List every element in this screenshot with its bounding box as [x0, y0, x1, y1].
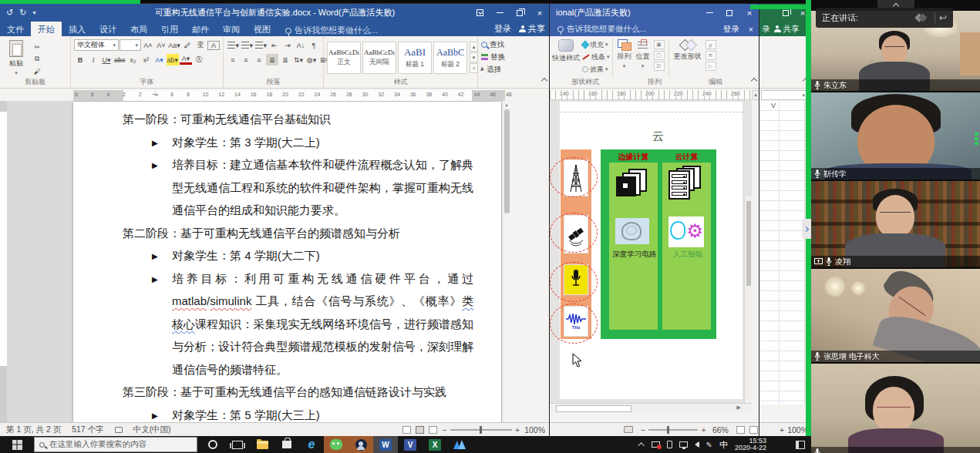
taskbar-word-icon[interactable]: W — [373, 436, 398, 453]
video-tile-3[interactable]: 凌翔 — [811, 181, 980, 267]
font-color-icon[interactable]: A▾ — [180, 55, 192, 65]
visio-zoom-level[interactable]: 66% — [712, 425, 729, 435]
video-tile-2[interactable]: 靳传学 — [811, 92, 980, 180]
font-name-combo[interactable]: 华文楷体▾ — [74, 39, 119, 51]
excel-zoom-level[interactable]: 100% — [787, 425, 808, 435]
cut-icon[interactable]: ✂ — [31, 41, 43, 52]
grow-font-icon[interactable]: A˄ — [142, 39, 154, 51]
superscript-icon[interactable]: x² — [140, 54, 153, 65]
visio-scroll-up-icon[interactable]: ▲ — [752, 90, 759, 100]
save-icon[interactable]: ↺ — [6, 8, 13, 18]
shrink-font-icon[interactable]: A˅ — [155, 39, 167, 51]
word-tab-引用[interactable]: 引用 — [154, 22, 185, 36]
decrease-indent-icon[interactable]: ⇤ — [268, 39, 281, 51]
taskbar-visio-icon[interactable]: V — [398, 436, 423, 453]
visio-drawing-page[interactable]: 云 THz — [560, 102, 743, 399]
visio-maximize-button[interactable] — [719, 4, 739, 22]
taskbar-meeting-icon[interactable] — [349, 436, 373, 453]
underline-icon[interactable]: U▾ — [100, 54, 113, 65]
read-mode-icon[interactable] — [402, 426, 411, 434]
language-indicator[interactable]: 中文(中国) — [133, 424, 171, 435]
visio-tab-close-icon[interactable]: × — [749, 25, 753, 34]
zoom-in-icon[interactable]: + — [515, 425, 520, 435]
taskbar-file-explorer-icon[interactable] — [250, 436, 274, 453]
select-button[interactable]: 选择 — [481, 63, 510, 76]
format-painter-icon[interactable]: 🖌 — [31, 65, 43, 77]
fill-button[interactable]: 填充▾ — [582, 39, 610, 50]
restore-button[interactable] — [510, 4, 530, 22]
distribute-icon[interactable]: ≣ — [279, 54, 291, 65]
word-tab-邮件[interactable]: 邮件 — [185, 22, 216, 36]
page-indicator[interactable]: 第 1 页, 共 2 页 — [6, 424, 61, 435]
clear-format-icon[interactable]: 🖉 — [181, 39, 194, 51]
ribbon-display-options-icon[interactable] — [470, 4, 490, 22]
pen-icon[interactable]: ✎ — [706, 441, 712, 449]
word-tab-审阅[interactable]: 审阅 — [216, 22, 247, 36]
increase-indent-icon[interactable]: ⇥ — [281, 39, 294, 51]
visio-zoom-slider[interactable]: − + — [641, 425, 706, 435]
align-left-icon[interactable]: ≡ — [227, 54, 239, 65]
visio-zoom-out-icon[interactable]: − — [641, 425, 645, 435]
visio-horizontal-scrollbar[interactable]: ▶ — [550, 403, 752, 413]
style-gallery-scroll[interactable]: ▴▾▿ — [470, 42, 478, 77]
find-button[interactable]: 查找 — [481, 39, 510, 51]
style-card-正文[interactable]: AaBbCcDı正文 — [327, 42, 361, 74]
tray-expand-icon[interactable] — [638, 442, 644, 448]
visio-signin-button[interactable]: 登录 — [723, 24, 739, 35]
fit-page-icon[interactable] — [736, 426, 745, 434]
presentation-mode-icon[interactable] — [624, 426, 633, 433]
excel-zoom-in-icon[interactable]: + — [780, 425, 784, 435]
char-shading-icon[interactable]: Ⓐ — [193, 54, 205, 65]
word-tab-开始[interactable]: 开始 — [31, 22, 62, 36]
phonetic-icon[interactable]: 变 — [194, 39, 207, 51]
paste-button[interactable]: 粘贴 ▾ — [3, 40, 29, 77]
phone-icon[interactable] — [667, 441, 672, 448]
align-right-icon[interactable]: ≡ — [253, 54, 265, 65]
shading-icon[interactable]: ◍▾ — [305, 54, 318, 65]
speaker-icon[interactable] — [695, 441, 699, 448]
tell-me-box[interactable]: 告诉我您想要做什么... — [278, 25, 386, 36]
zoom-out-icon[interactable]: − — [442, 425, 446, 435]
taskbar-excel-icon[interactable]: X — [423, 436, 447, 453]
taskbar-cortana-icon[interactable] — [200, 436, 225, 453]
share-button[interactable]: 共享 — [519, 23, 545, 35]
start-button[interactable] — [0, 436, 34, 453]
visio-zoom-in-icon[interactable]: + — [701, 425, 706, 435]
excel-grid[interactable]: V — [759, 101, 804, 404]
taskbar-wechat-icon[interactable] — [324, 436, 349, 453]
word-tab-视图[interactable]: 视图 — [247, 22, 278, 36]
taskbar-task-view-icon[interactable] — [225, 436, 250, 453]
justify-icon[interactable]: ≣ — [266, 54, 278, 65]
char-border-icon[interactable]: A — [207, 41, 220, 50]
word-count[interactable]: 517 个字 — [72, 424, 103, 435]
align-center-icon[interactable]: ≡ — [240, 54, 252, 65]
fit-width-icon[interactable] — [749, 426, 758, 434]
zoom-slider[interactable]: − + — [442, 425, 520, 435]
strikethrough-icon[interactable]: abc — [113, 54, 126, 65]
visio-vertical-scrollbar[interactable]: ▼ — [744, 196, 752, 403]
web-layout-icon[interactable] — [429, 426, 437, 434]
word-tab-文件[interactable]: 文件 — [0, 22, 31, 36]
taskbar-store-icon[interactable] — [274, 436, 299, 453]
excel-name-box[interactable]: ▾ — [761, 90, 807, 100]
font-size-combo[interactable]: ▾ — [120, 39, 141, 51]
cloud-shape-label[interactable]: 云 — [652, 129, 664, 144]
style-card-标题 2[interactable]: AaBbC标题 2 — [433, 42, 467, 74]
signin-button[interactable]: 登录 — [494, 23, 511, 35]
sort-icon[interactable]: A↓ — [295, 39, 307, 51]
panel-collapse-side-button[interactable] — [802, 219, 811, 239]
bold-icon[interactable]: B — [74, 54, 86, 65]
visio-minimize-button[interactable] — [699, 4, 719, 22]
bring-forward-icon[interactable]: ▣ — [654, 40, 665, 49]
clock[interactable]: 15:53 2020-4-22 — [735, 438, 766, 451]
word-horizontal-ruler[interactable]: 8642246810121416182022242628303234363840… — [73, 90, 505, 101]
italic-icon[interactable]: I — [87, 54, 99, 65]
scroll-right-icon[interactable]: ▶ — [737, 404, 741, 411]
visio-tell-me[interactable]: 告诉我您想要做什么... — [567, 24, 646, 35]
close-button[interactable]: × — [530, 4, 550, 22]
terminal-strip-shape[interactable]: THz — [561, 149, 591, 339]
taskbar-search-input[interactable]: 在这里输入你要搜索的内容 — [34, 437, 197, 452]
send-backward-icon[interactable]: ▢ — [654, 51, 665, 60]
numbering-icon[interactable]: ▾ — [241, 39, 254, 51]
excel-share-button[interactable]: 共享 — [774, 24, 800, 35]
